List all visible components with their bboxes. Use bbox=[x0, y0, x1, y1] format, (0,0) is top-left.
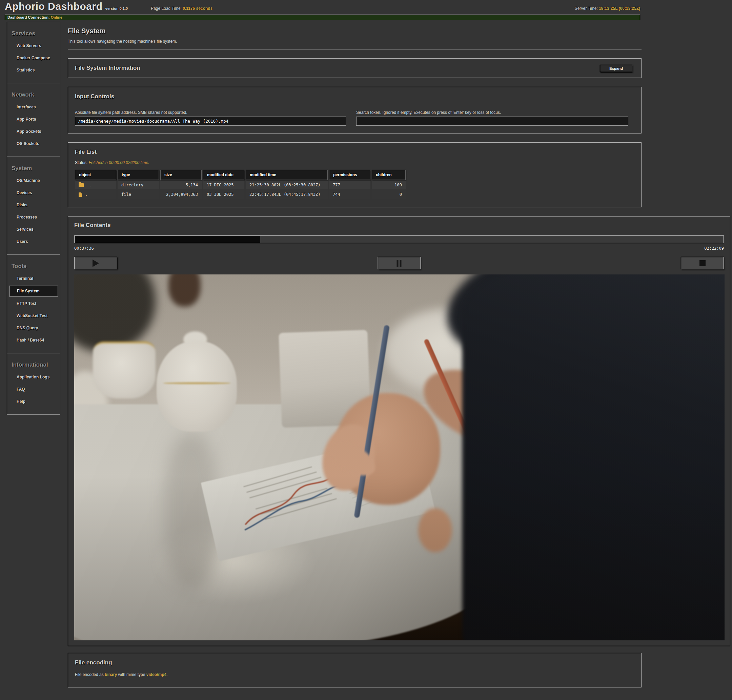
video-frame[interactable] bbox=[74, 275, 725, 640]
page-title: File System bbox=[68, 27, 730, 35]
object-type: directory bbox=[118, 181, 159, 190]
search-input-label: Search token. Ignored if empty. Executes… bbox=[356, 110, 628, 115]
sidebar-item-websocket-test[interactable]: WebSocket Test bbox=[7, 310, 60, 322]
playback-progress-fill bbox=[75, 236, 260, 243]
page-load-time: Page Load Time: 0.1176 seconds bbox=[151, 6, 212, 11]
pause-button[interactable] bbox=[377, 257, 421, 269]
input-controls-panel: Input Controls Absolute file system path… bbox=[68, 87, 642, 134]
sidebar-section-title: Informational bbox=[7, 362, 60, 368]
status-label: Status: bbox=[75, 160, 87, 165]
encoding-text-suffix: . bbox=[166, 672, 167, 677]
sidebar-item-docker-compose[interactable]: Docker Compose bbox=[7, 52, 60, 64]
file-encoding-text: File encoded as binary with mime type vi… bbox=[75, 672, 635, 677]
server-time-value: 18:13:25L (00:13:25Z) bbox=[599, 6, 640, 11]
sidebar-item-processes[interactable]: Processes bbox=[7, 211, 60, 223]
sidebar-item-dns-query[interactable]: DNS Query bbox=[7, 322, 60, 334]
sidebar-item-file-system[interactable]: File System bbox=[9, 285, 58, 297]
file-icon bbox=[79, 193, 82, 197]
play-button[interactable] bbox=[74, 257, 117, 269]
media-controls bbox=[74, 257, 724, 270]
object-children: 109 bbox=[372, 181, 406, 190]
server-time-label: Server Time: bbox=[575, 6, 598, 11]
connection-banner: Dashboard Connection: Online bbox=[5, 15, 640, 20]
column-header-type[interactable]: type bbox=[118, 170, 159, 180]
object-modified-date: 03 JUL 2025 bbox=[203, 190, 244, 199]
elapsed-time: 00:37:36 bbox=[74, 246, 94, 251]
sidebar-item-faq[interactable]: FAQ bbox=[7, 383, 60, 396]
sidebar-item-disks[interactable]: Disks bbox=[7, 199, 60, 211]
object-size: 2,304,994,363 bbox=[160, 190, 202, 199]
column-header-modified-time[interactable]: modified time bbox=[246, 170, 328, 180]
object-modified-date: 17 DEC 2025 bbox=[203, 181, 244, 190]
pause-icon bbox=[397, 260, 402, 267]
sidebar-section-tools: Tools Terminal File System HTTP Test Web… bbox=[7, 255, 60, 353]
file-system-information-title: File System Information bbox=[75, 65, 635, 72]
file-list-panel: File List Status: Fetched in 00:00:00.02… bbox=[68, 142, 642, 207]
file-contents-title: File Contents bbox=[74, 222, 724, 229]
file-encoding-title: File encoding bbox=[75, 659, 635, 666]
page-description: This tool allows navigating the hosting … bbox=[68, 39, 730, 44]
server-time: Server Time: 18:13:25L (00:13:25Z) bbox=[575, 6, 640, 11]
sidebar-item-terminal[interactable]: Terminal bbox=[7, 272, 60, 285]
sidebar-section-title: Tools bbox=[7, 263, 60, 270]
mime-type-value: video/mp4 bbox=[146, 672, 166, 677]
sidebar: Services Web Servers Docker Compose Stat… bbox=[7, 22, 60, 415]
sidebar-item-os-machine[interactable]: OS/Machine bbox=[7, 175, 60, 187]
column-header-modified-date[interactable]: modified date bbox=[203, 170, 244, 180]
sidebar-item-statistics[interactable]: Statistics bbox=[7, 64, 60, 76]
column-header-children[interactable]: children bbox=[372, 170, 406, 180]
stop-button[interactable] bbox=[681, 257, 724, 269]
sidebar-section-services: Services Web Servers Docker Compose Stat… bbox=[7, 22, 60, 83]
object-permissions: 744 bbox=[329, 190, 370, 199]
page-load-time-value: 0.1176 seconds bbox=[183, 6, 212, 11]
folder-icon bbox=[79, 183, 84, 187]
sidebar-section-title: Services bbox=[7, 30, 60, 37]
sidebar-item-interfaces[interactable]: Interfaces bbox=[7, 101, 60, 113]
sidebar-section-system: System OS/Machine Devices Disks Processe… bbox=[7, 157, 60, 255]
path-input-label: Absolute file system path address. SMB s… bbox=[75, 110, 346, 115]
app-version: version 0.1.0 bbox=[105, 6, 128, 10]
column-header-permissions[interactable]: permissions bbox=[329, 170, 370, 180]
connection-status: Online bbox=[51, 15, 62, 19]
sidebar-section-title: System bbox=[7, 165, 60, 172]
encoding-value: binary bbox=[105, 672, 117, 677]
title-divider bbox=[68, 49, 642, 50]
object-name: . bbox=[85, 192, 87, 197]
expand-button[interactable]: Expand bbox=[600, 65, 632, 72]
object-children: 0 bbox=[372, 190, 406, 199]
sidebar-item-http-test[interactable]: HTTP Test bbox=[7, 297, 60, 310]
sidebar-item-help[interactable]: Help bbox=[7, 396, 60, 407]
play-icon bbox=[93, 260, 99, 267]
input-controls-title: Input Controls bbox=[75, 93, 635, 100]
object-type: file bbox=[118, 190, 159, 199]
sidebar-item-application-logs[interactable]: Application Logs bbox=[7, 371, 60, 383]
table-row[interactable]: .. directory 5,134 17 DEC 2025 21:25:30.… bbox=[75, 181, 406, 190]
path-input[interactable] bbox=[75, 116, 346, 126]
sidebar-item-app-sockets[interactable]: App Sockets bbox=[7, 125, 60, 138]
object-modified-time: 22:45:17.843L (04:45:17.843Z) bbox=[246, 190, 328, 199]
sidebar-item-os-sockets[interactable]: OS Sockets bbox=[7, 138, 60, 150]
sidebar-section-network: Network Interfaces App Ports App Sockets… bbox=[7, 83, 60, 157]
sidebar-item-web-servers[interactable]: Web Servers bbox=[7, 40, 60, 52]
column-header-size[interactable]: size bbox=[160, 170, 202, 180]
table-row[interactable]: . file 2,304,994,363 03 JUL 2025 22:45:1… bbox=[75, 190, 406, 199]
app-title: Aphorio Dashboard bbox=[5, 1, 103, 12]
sidebar-section-informational: Informational Application Logs FAQ Help bbox=[7, 353, 60, 415]
sidebar-item-hash-base64[interactable]: Hash / Base64 bbox=[7, 334, 60, 346]
sidebar-item-devices[interactable]: Devices bbox=[7, 187, 60, 199]
object-name: .. bbox=[87, 182, 91, 187]
playback-progress-bar[interactable] bbox=[74, 235, 724, 243]
main-content: File System This tool allows navigating … bbox=[68, 22, 730, 687]
file-table: object type size modified date modified … bbox=[74, 169, 407, 200]
sidebar-item-app-ports[interactable]: App Ports bbox=[7, 113, 60, 125]
file-encoding-panel: File encoding File encoded as binary wit… bbox=[68, 653, 642, 687]
stop-icon bbox=[700, 260, 705, 266]
search-input[interactable] bbox=[356, 116, 628, 126]
file-contents-panel: File Contents 00:37:36 02:22:09 bbox=[68, 216, 730, 646]
file-system-information-panel: File System Information Expand bbox=[68, 58, 642, 78]
column-header-object[interactable]: object bbox=[75, 170, 116, 180]
object-size: 5,134 bbox=[160, 181, 202, 190]
sidebar-item-services[interactable]: Services bbox=[7, 223, 60, 235]
sidebar-item-users[interactable]: Users bbox=[7, 235, 60, 248]
encoding-text-prefix: File encoded as bbox=[75, 672, 105, 677]
